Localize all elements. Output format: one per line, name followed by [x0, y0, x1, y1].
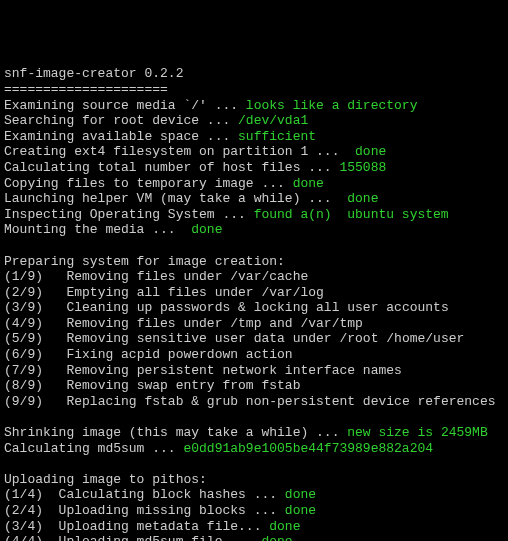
step-result: done — [261, 534, 292, 541]
log-line: Searching for root device ... — [4, 113, 238, 128]
step-index: (1/9) — [4, 269, 66, 284]
step-index: (8/9) — [4, 378, 66, 393]
step-text: Removing files under /tmp and /var/tmp — [66, 316, 362, 331]
step-text: Cleaning up passwords & locking all user… — [66, 300, 448, 315]
step-index: (7/9) — [4, 363, 66, 378]
log-result: done — [293, 176, 324, 191]
log-result: done — [347, 191, 378, 206]
log-result: done — [191, 222, 222, 237]
log-result: /dev/vda1 — [238, 113, 308, 128]
log-result: done — [355, 144, 386, 159]
log-line: Calculating total number of host files .… — [4, 160, 339, 175]
step-text: Removing persistent network interface na… — [66, 363, 401, 378]
md5-hash: e0dd91ab9e1005be44f73989e882a204 — [183, 441, 433, 456]
step-result: done — [285, 503, 316, 518]
log-result: new size is 2459MB — [347, 425, 487, 440]
step-index: (9/9) — [4, 394, 66, 409]
step-text: Removing files under /var/cache — [66, 269, 308, 284]
step-index: (5/9) — [4, 331, 66, 346]
log-line: Inspecting Operating System ... — [4, 207, 254, 222]
terminal-output: snf-image-creator 0.2.2 ================… — [4, 66, 504, 541]
step-index: (3/9) — [4, 300, 66, 315]
step-index: (4/4) — [4, 534, 59, 541]
step-text: Calculating block hashes ... — [59, 487, 285, 502]
log-result: 155088 — [339, 160, 386, 175]
step-text: Uploading metadata file... — [59, 519, 270, 534]
step-index: (2/9) — [4, 285, 66, 300]
log-line: Calculating md5sum ... — [4, 441, 183, 456]
step-text: Removing swap entry from fstab — [66, 378, 300, 393]
step-text: Fixing acpid powerdown action — [66, 347, 292, 362]
log-line: Copying files to temporary image ... — [4, 176, 293, 191]
log-line: Examining source media `/' ... — [4, 98, 246, 113]
log-line: Launching helper VM (may take a while) .… — [4, 191, 347, 206]
step-index: (6/9) — [4, 347, 66, 362]
step-index: (4/9) — [4, 316, 66, 331]
step-text: Uploading md5sum file ... — [59, 534, 262, 541]
log-line: Creating ext4 filesystem on partition 1 … — [4, 144, 355, 159]
divider: ===================== — [4, 82, 168, 97]
step-text: Uploading missing blocks ... — [59, 503, 285, 518]
step-index: (1/4) — [4, 487, 59, 502]
step-result: done — [269, 519, 300, 534]
step-index: (2/4) — [4, 503, 59, 518]
step-index: (3/4) — [4, 519, 59, 534]
log-result: sufficient — [238, 129, 316, 144]
app-title: snf-image-creator 0.2.2 — [4, 66, 183, 81]
log-line: Mounting the media ... — [4, 222, 191, 237]
step-result: done — [285, 487, 316, 502]
step-text: Emptying all files under /var/log — [66, 285, 323, 300]
section-heading: Preparing system for image creation: — [4, 254, 285, 269]
step-text: Replacing fstab & grub non-persistent de… — [66, 394, 495, 409]
section-heading: Uploading image to pithos: — [4, 472, 207, 487]
log-line: Examining available space ... — [4, 129, 238, 144]
log-line: Shrinking image (this may take a while) … — [4, 425, 347, 440]
step-text: Removing sensitive user data under /root… — [66, 331, 464, 346]
log-result: looks like a directory — [246, 98, 418, 113]
log-result: found a(n) ubuntu system — [254, 207, 449, 222]
